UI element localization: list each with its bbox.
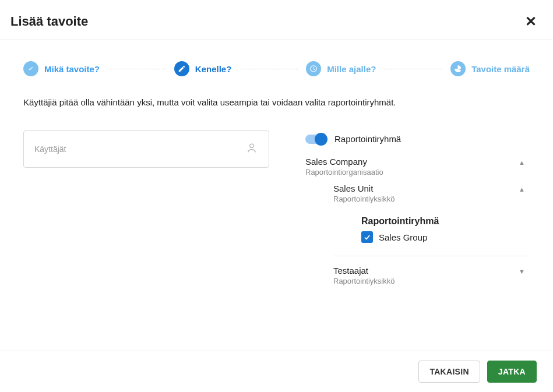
step-label: Mikä tavoite?: [44, 64, 100, 74]
step-label: Tavoite määrä: [471, 64, 530, 74]
pie-chart-icon: [450, 61, 466, 76]
divider: [333, 256, 530, 256]
person-icon: [245, 142, 258, 157]
tree-item-title: Sales Unit: [333, 183, 395, 193]
continue-button[interactable]: JATKA: [487, 361, 537, 383]
dialog-header: Lisää tavoite ✕: [0, 0, 553, 40]
chevron-up-icon[interactable]: ▲: [519, 157, 525, 166]
chevron-down-icon[interactable]: ▼: [519, 266, 525, 275]
step-time-period[interactable]: Mille ajalle?: [306, 61, 376, 76]
dialog-footer: TAKAISIN JATKA: [0, 351, 553, 392]
step-label: Mille ajalle?: [327, 64, 376, 74]
pencil-icon: [174, 61, 189, 76]
group-header: Raportointiryhmä: [361, 216, 530, 227]
close-icon[interactable]: ✕: [525, 15, 537, 29]
content: Käyttäjiä pitää olla vähintään yksi, mut…: [0, 88, 553, 289]
group-checkbox-row[interactable]: Sales Group: [361, 231, 530, 243]
step-for-whom[interactable]: Kenelle?: [174, 61, 232, 76]
tree-item-subtitle: Raportointiorganisaatio: [305, 168, 383, 176]
step-connector: [108, 69, 166, 69]
chevron-up-icon[interactable]: ▲: [519, 183, 525, 193]
tree-item-subtitle: Raportointiyksikkö: [333, 277, 395, 285]
checkbox-label: Sales Group: [379, 232, 427, 242]
tree-item-title: Testaajat: [333, 266, 395, 276]
step-goal-amount[interactable]: Tavoite määrä: [450, 61, 530, 76]
step-label: Kenelle?: [195, 64, 232, 74]
reporting-group-section: Raportointiryhmä Sales Group: [361, 207, 530, 248]
description-text: Käyttäjiä pitää olla vähintään yksi, mut…: [23, 97, 530, 107]
checkbox-checked[interactable]: [361, 231, 373, 243]
tree-item-org[interactable]: Sales Company Raportointiorganisaatio ▲: [305, 153, 530, 180]
toggle-label: Raportointiryhmä: [334, 134, 401, 144]
step-connector: [384, 69, 442, 69]
tree-item-unit[interactable]: Sales Unit Raportointiyksikkö ▲: [333, 180, 530, 207]
svg-point-0: [250, 144, 253, 147]
dialog-title: Lisää tavoite: [10, 14, 88, 29]
check-icon: [23, 61, 38, 76]
clock-icon: [306, 61, 321, 76]
tree-item-title: Sales Company: [305, 157, 383, 167]
tree-item-unit[interactable]: Testaajat Raportointiyksikkö ▼: [333, 262, 530, 289]
step-what-goal[interactable]: Mikä tavoite?: [23, 61, 100, 76]
reporting-group-toggle[interactable]: [305, 135, 326, 144]
users-input[interactable]: [34, 144, 245, 154]
tree-item-subtitle: Raportointiyksikkö: [333, 195, 395, 203]
reporting-group-toggle-row: Raportointiryhmä: [295, 130, 530, 153]
org-tree: Sales Company Raportointiorganisaatio ▲ …: [295, 153, 530, 289]
users-input-container[interactable]: [23, 130, 269, 168]
back-button[interactable]: TAKAISIN: [418, 361, 480, 383]
stepper: Mikä tavoite? Kenelle? Mille ajalle? Tav…: [0, 40, 553, 88]
step-connector: [239, 69, 298, 69]
